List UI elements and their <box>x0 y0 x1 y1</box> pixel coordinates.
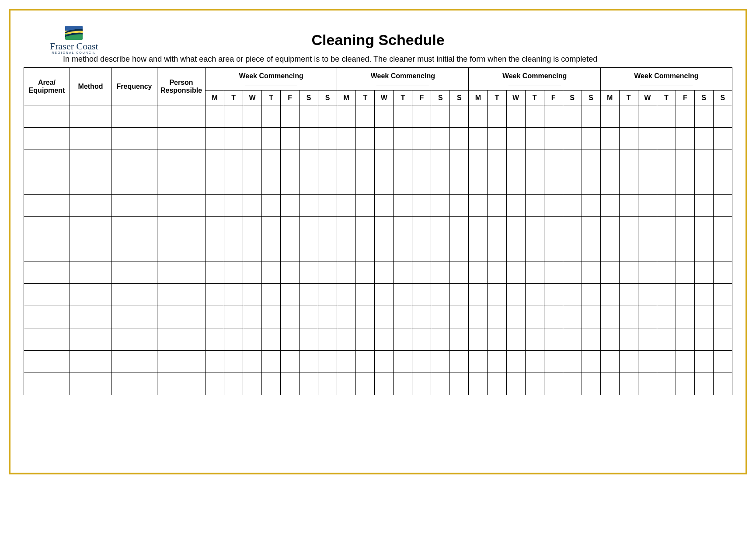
table-cell[interactable] <box>469 172 488 195</box>
table-cell[interactable] <box>431 306 450 328</box>
table-cell[interactable] <box>243 351 262 373</box>
table-cell[interactable] <box>657 150 676 172</box>
table-cell[interactable] <box>300 261 318 284</box>
table-cell[interactable] <box>300 306 318 328</box>
table-cell[interactable] <box>525 261 544 284</box>
table-cell[interactable] <box>157 306 206 328</box>
table-cell[interactable] <box>600 351 619 373</box>
table-cell[interactable] <box>469 351 488 373</box>
table-cell[interactable] <box>412 261 431 284</box>
table-cell[interactable] <box>469 284 488 306</box>
table-cell[interactable] <box>412 373 431 395</box>
table-cell[interactable] <box>356 239 375 261</box>
table-cell[interactable] <box>582 105 600 128</box>
table-cell[interactable] <box>431 195 450 217</box>
table-cell[interactable] <box>544 284 563 306</box>
table-cell[interactable] <box>318 105 337 128</box>
table-cell[interactable] <box>262 128 281 150</box>
table-cell[interactable] <box>525 172 544 195</box>
table-cell[interactable] <box>224 128 243 150</box>
table-cell[interactable] <box>300 373 318 395</box>
table-cell[interactable] <box>525 195 544 217</box>
table-cell[interactable] <box>157 328 206 351</box>
table-cell[interactable] <box>394 351 412 373</box>
table-cell[interactable] <box>206 306 224 328</box>
table-cell[interactable] <box>638 261 657 284</box>
table-cell[interactable] <box>356 351 375 373</box>
table-cell[interactable] <box>111 284 157 306</box>
table-cell[interactable] <box>638 217 657 239</box>
table-cell[interactable] <box>544 351 563 373</box>
table-cell[interactable] <box>300 284 318 306</box>
table-cell[interactable] <box>243 217 262 239</box>
table-cell[interactable] <box>337 261 356 284</box>
table-cell[interactable] <box>111 105 157 128</box>
table-cell[interactable] <box>224 172 243 195</box>
table-cell[interactable] <box>318 239 337 261</box>
table-cell[interactable] <box>206 351 224 373</box>
table-cell[interactable] <box>318 261 337 284</box>
table-cell[interactable] <box>694 217 713 239</box>
table-cell[interactable] <box>412 306 431 328</box>
table-cell[interactable] <box>318 172 337 195</box>
table-cell[interactable] <box>525 351 544 373</box>
table-cell[interactable] <box>224 105 243 128</box>
table-cell[interactable] <box>619 284 638 306</box>
table-cell[interactable] <box>281 128 300 150</box>
table-cell[interactable] <box>356 261 375 284</box>
table-cell[interactable] <box>450 284 469 306</box>
table-cell[interactable] <box>713 373 732 395</box>
table-cell[interactable] <box>600 373 619 395</box>
table-cell[interactable] <box>506 195 525 217</box>
table-cell[interactable] <box>337 284 356 306</box>
table-cell[interactable] <box>318 150 337 172</box>
table-cell[interactable] <box>544 328 563 351</box>
table-cell[interactable] <box>506 373 525 395</box>
table-cell[interactable] <box>676 328 694 351</box>
table-cell[interactable] <box>243 150 262 172</box>
table-cell[interactable] <box>300 128 318 150</box>
table-cell[interactable] <box>657 195 676 217</box>
table-cell[interactable] <box>394 306 412 328</box>
table-cell[interactable] <box>356 217 375 239</box>
table-cell[interactable] <box>318 306 337 328</box>
table-cell[interactable] <box>111 239 157 261</box>
table-cell[interactable] <box>638 195 657 217</box>
table-cell[interactable] <box>394 217 412 239</box>
table-cell[interactable] <box>281 373 300 395</box>
table-cell[interactable] <box>506 239 525 261</box>
table-cell[interactable] <box>243 373 262 395</box>
table-cell[interactable] <box>394 328 412 351</box>
table-cell[interactable] <box>224 217 243 239</box>
table-cell[interactable] <box>394 195 412 217</box>
table-cell[interactable] <box>450 150 469 172</box>
table-cell[interactable] <box>713 150 732 172</box>
table-cell[interactable] <box>600 105 619 128</box>
table-cell[interactable] <box>676 239 694 261</box>
table-cell[interactable] <box>300 150 318 172</box>
table-cell[interactable] <box>525 373 544 395</box>
table-cell[interactable] <box>243 261 262 284</box>
table-cell[interactable] <box>638 328 657 351</box>
table-cell[interactable] <box>431 217 450 239</box>
table-cell[interactable] <box>469 373 488 395</box>
table-cell[interactable] <box>224 373 243 395</box>
table-cell[interactable] <box>318 128 337 150</box>
table-cell[interactable] <box>694 195 713 217</box>
table-cell[interactable] <box>488 351 506 373</box>
table-cell[interactable] <box>488 284 506 306</box>
table-cell[interactable] <box>337 195 356 217</box>
table-cell[interactable] <box>70 128 111 150</box>
table-cell[interactable] <box>70 195 111 217</box>
table-cell[interactable] <box>431 128 450 150</box>
table-cell[interactable] <box>157 128 206 150</box>
table-cell[interactable] <box>638 105 657 128</box>
table-cell[interactable] <box>563 239 582 261</box>
table-cell[interactable] <box>619 239 638 261</box>
table-cell[interactable] <box>525 239 544 261</box>
table-cell[interactable] <box>450 239 469 261</box>
table-cell[interactable] <box>243 306 262 328</box>
table-cell[interactable] <box>111 328 157 351</box>
table-cell[interactable] <box>713 328 732 351</box>
table-cell[interactable] <box>206 239 224 261</box>
